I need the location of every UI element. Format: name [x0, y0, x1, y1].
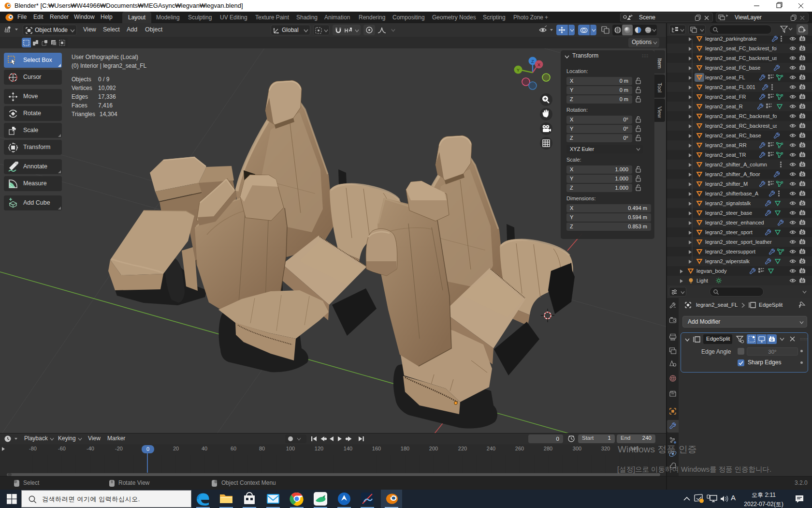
svg-text:Y: Y	[517, 67, 520, 73]
svg-text:Z: Z	[531, 59, 534, 64]
svg-text:X: X	[537, 62, 541, 67]
